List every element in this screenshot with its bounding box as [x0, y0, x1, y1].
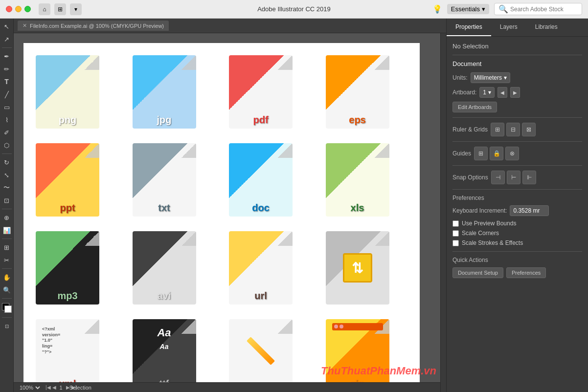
pen-tool[interactable]: ✒ [1, 50, 13, 62]
zoom-select[interactable]: 100% 50% 200% [18, 384, 42, 391]
canvas-content[interactable]: png jpg pdf [14, 33, 446, 392]
scale-corners-row: Scale Corners [452, 230, 582, 237]
bottom-bar: 100% 50% 200% |◀ ◀ 1 ▶ ▶| Selection [14, 382, 440, 392]
type-tool[interactable]: T [1, 76, 13, 87]
tab-properties[interactable]: Properties [447, 19, 491, 36]
file-icon-road: ⇅ [326, 231, 389, 305]
page-curl [181, 55, 196, 70]
minimize-button[interactable] [15, 6, 22, 12]
file-icon-url: url [229, 231, 293, 305]
ruler-icon[interactable]: ⊞ [491, 123, 504, 136]
file-icon-xls: xls [326, 143, 389, 217]
workspace-switcher[interactable]: Essentials ▾ [447, 4, 489, 14]
edit-artboards-button[interactable]: Edit Artboards [452, 102, 497, 112]
list-item: AaAa ttf [125, 312, 204, 392]
canvas-area: ✕ FileInfo.com Example.ai @ 100% (CMYK/G… [14, 19, 446, 392]
rotate-tool[interactable]: ↻ [1, 156, 13, 168]
file-icon-zip: zip [326, 319, 389, 392]
units-select[interactable]: Millimeters ▾ [471, 72, 510, 83]
prev-page-btn[interactable]: ◀ [52, 385, 56, 390]
tool-separator-7 [2, 317, 12, 318]
selection-tool[interactable]: ↖ [1, 21, 13, 32]
tab-libraries[interactable]: Libraries [526, 19, 566, 36]
close-button[interactable] [6, 6, 12, 12]
direct-selection-tool[interactable]: ↗ [1, 33, 13, 45]
color-box[interactable] [2, 303, 12, 313]
page-curl [278, 143, 293, 158]
artboard-value: 1 [483, 89, 486, 96]
divider-6 [452, 251, 582, 252]
change-screen-mode[interactable]: ⊡ [1, 320, 13, 332]
snap-to-pixel-icon[interactable]: ⊩ [522, 171, 536, 184]
page-curl [278, 55, 293, 70]
symbol-sprayer-tool[interactable]: ⊕ [1, 212, 13, 223]
snap-to-grid-icon[interactable]: ⊢ [507, 171, 520, 184]
chevron-down-icon[interactable]: ▾ [70, 3, 82, 15]
maximize-button[interactable] [24, 6, 31, 12]
keyboard-increment-input[interactable] [510, 205, 549, 216]
clear-guides-icon[interactable]: ⊗ [505, 147, 519, 160]
file-icon-eps: eps [326, 55, 389, 129]
tab-layers[interactable]: Layers [491, 19, 526, 36]
page-curl [85, 231, 99, 246]
shape-tool[interactable]: ▭ [1, 101, 13, 113]
artboard-tool[interactable]: ⊞ [1, 241, 13, 253]
document-setup-button[interactable]: Document Setup [452, 267, 503, 278]
hand-tool[interactable]: ✋ [1, 271, 13, 283]
file-type-label: txt [158, 202, 170, 214]
quick-actions-row: Document Setup Preferences [452, 267, 582, 278]
guides-row: Guides ⊞ 🔒 ⊗ [452, 147, 582, 160]
document-tab[interactable]: ✕ FileInfo.com Example.ai @ 100% (CMYK/G… [18, 21, 169, 31]
show-guides-icon[interactable]: ⊞ [474, 147, 488, 160]
preferences-button[interactable]: Preferences [506, 267, 546, 278]
scale-corners-label: Scale Corners [462, 230, 499, 237]
layout-icon[interactable]: ⊞ [54, 3, 66, 15]
snap-to-point-icon[interactable]: ⊣ [491, 171, 505, 184]
stock-search[interactable]: 🔍 [494, 3, 582, 15]
keyboard-increment-label: Keyboard Increment: [452, 207, 507, 214]
file-icon-ttf: AaAa ttf [133, 319, 196, 392]
zoom-control[interactable]: 100% 50% 200% [18, 384, 42, 391]
shaper-tool[interactable]: ⬡ [1, 139, 13, 151]
use-preview-bounds-checkbox[interactable] [452, 220, 459, 227]
file-icon-doc: doc [229, 143, 293, 217]
vertical-scrollbar[interactable] [440, 33, 446, 392]
file-type-label: pdf [253, 114, 268, 126]
tool-separator-5 [2, 268, 12, 269]
line-tool[interactable]: ╱ [1, 88, 13, 100]
scale-strokes-checkbox[interactable] [452, 240, 459, 246]
scale-tool[interactable]: ⤡ [1, 169, 13, 181]
lock-guides-icon[interactable]: 🔒 [490, 147, 503, 160]
tab-close-icon[interactable]: ✕ [23, 22, 27, 29]
artboard-next-btn[interactable]: ▶ [510, 87, 520, 98]
traffic-lights [6, 6, 31, 12]
artboard-row: Artboard: 1 ▾ ◀ ▶ [452, 87, 582, 98]
free-transform-tool[interactable]: ⊡ [1, 195, 13, 206]
lightbulb-icon[interactable]: 💡 [432, 4, 442, 14]
zoom-tool[interactable]: 🔍 [1, 284, 13, 296]
home-icon[interactable]: ⌂ [39, 3, 50, 15]
panel-body: No Selection Document Units: Millimeters… [447, 37, 588, 392]
file-type-label: url [254, 290, 267, 302]
pencil-tool[interactable]: ✐ [1, 127, 13, 138]
column-graph-tool[interactable]: 📊 [1, 224, 13, 236]
scale-corners-checkbox[interactable] [452, 230, 459, 237]
slice-tool[interactable]: ✂ [1, 254, 13, 266]
first-page-btn[interactable]: |◀ [45, 385, 51, 390]
search-input[interactable] [510, 6, 578, 13]
ruler-grids-label: Ruler & Grids [452, 126, 488, 133]
paintbrush-tool[interactable]: ⌇ [1, 114, 13, 126]
grid-icon[interactable]: ⊟ [506, 123, 520, 136]
list-item: png [28, 48, 107, 136]
page-curl [85, 143, 99, 158]
list-item [222, 312, 300, 392]
list-item: <?xmlversion="1.0"ling="?"> xml [28, 312, 107, 392]
artboard-prev-btn[interactable]: ◀ [498, 87, 507, 98]
warp-tool[interactable]: 〜 [1, 182, 13, 194]
artboard-select[interactable]: 1 ▾ [479, 87, 495, 98]
tool-separator-3 [2, 209, 12, 209]
curvature-tool[interactable]: ✏ [1, 63, 13, 75]
pixel-grid-icon[interactable]: ⊠ [522, 123, 536, 136]
background-color[interactable] [4, 305, 12, 313]
page-curl [375, 231, 389, 246]
